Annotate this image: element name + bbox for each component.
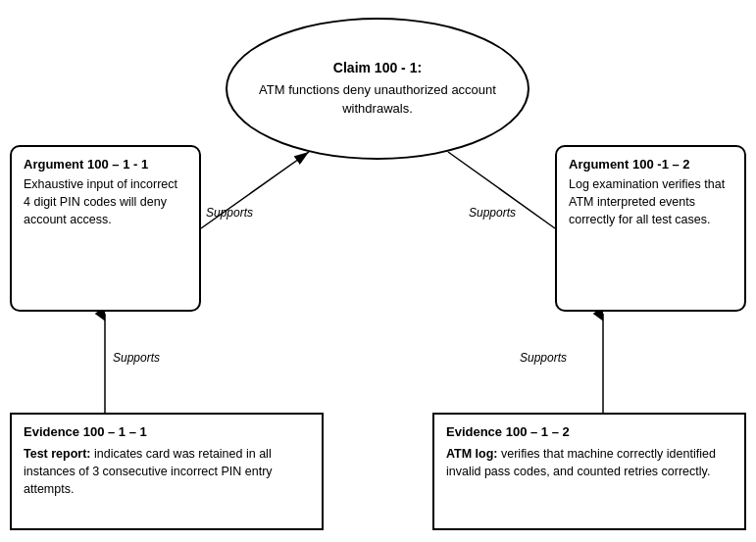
ev-left-text: Test report: indicates card was retained…	[24, 445, 310, 498]
evidence-left-box: Evidence 100 – 1 – 1 Test report: indica…	[10, 413, 324, 530]
supports-label-right-to-claim: Supports	[469, 206, 516, 220]
evidence-right-box: Evidence 100 – 1 – 2 ATM log: verifies t…	[432, 413, 746, 530]
argument-right-box: Argument 100 -1 – 2 Log examination veri…	[555, 145, 746, 312]
arg-left-title: Argument 100 – 1 - 1	[24, 157, 187, 172]
argument-left-box: Argument 100 – 1 - 1 Exhaustive input of…	[10, 145, 201, 312]
arg-left-text: Exhaustive input of incorrect 4 digit PI…	[24, 175, 187, 228]
ev-right-text: ATM log: verifies that machine correctly…	[446, 445, 732, 480]
supports-label-ev-left-to-arg: Supports	[113, 351, 160, 365]
diagram-container: Claim 100 - 1: ATM functions deny unauth…	[0, 0, 756, 542]
ev-left-title: Evidence 100 – 1 – 1	[24, 424, 310, 439]
ev-right-title: Evidence 100 – 1 – 2	[446, 424, 732, 439]
arg-right-text: Log examination verifies that ATM interp…	[569, 175, 732, 228]
supports-label-left-to-claim: Supports	[206, 206, 253, 220]
ev-left-bold: Test report:	[24, 447, 91, 461]
claim-ellipse: Claim 100 - 1: ATM functions deny unauth…	[226, 18, 529, 160]
claim-title: Claim 100 - 1:	[333, 60, 422, 75]
ev-right-bold: ATM log:	[446, 447, 498, 461]
supports-label-ev-right-to-arg: Supports	[520, 351, 567, 365]
arg-right-title: Argument 100 -1 – 2	[569, 157, 732, 172]
claim-text: ATM functions deny unauthorized account …	[247, 81, 508, 117]
